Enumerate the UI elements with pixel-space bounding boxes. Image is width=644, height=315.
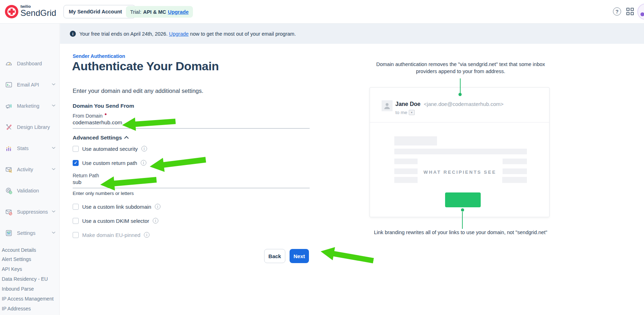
account-menu-button[interactable]: My SendGrid Account xyxy=(63,5,135,18)
gauge-icon xyxy=(5,60,13,67)
placeholder-bar xyxy=(394,136,437,145)
sendgrid-domain-auth-page: twilio SendGrid My SendGrid Account Tria… xyxy=(0,0,644,315)
annotation-arrow-from-domain xyxy=(122,114,176,133)
info-icon[interactable]: i xyxy=(155,204,160,209)
checkbox-unchecked[interactable] xyxy=(73,204,79,210)
envelope-search-icon xyxy=(5,166,13,173)
link-branding-caption: Link branding rewrites all of your links… xyxy=(374,229,547,236)
breadcrumb-sender-authentication[interactable]: Sender Authentication xyxy=(73,53,125,59)
sender-address: <jane.doe@codemasterhub.com> xyxy=(424,101,504,107)
card-divider xyxy=(370,122,549,123)
chevron-down-icon xyxy=(52,210,55,213)
banner-text-before: Your free trial ends on April 24th, 2026… xyxy=(79,31,168,37)
required-marker xyxy=(105,113,107,115)
checkbox-row-automated-security[interactable]: Use automated security i xyxy=(73,145,147,152)
sidebar-subitem-api-keys[interactable]: API Keys xyxy=(2,266,58,273)
sidebar-item-design-library[interactable]: Design Library xyxy=(0,123,60,132)
banner-text-after: now to get the most out of your email pr… xyxy=(190,31,296,37)
sliders-icon xyxy=(5,229,13,237)
trial-plan: API & MC xyxy=(143,9,166,15)
trial-prefix: Trial: xyxy=(130,9,141,15)
trial-badge: Trial: API & MC Upgrade xyxy=(126,6,193,18)
megaphone-icon xyxy=(5,102,13,110)
sidebar-subitem-ip-addresses[interactable]: IP Addresses xyxy=(2,305,58,312)
info-icon[interactable]: i xyxy=(141,146,147,151)
account-menu-label: My SendGrid Account xyxy=(69,9,122,14)
sidebar-subitem-ip-access-management[interactable]: IP Access Management xyxy=(2,295,58,302)
to-me-label: to me xyxy=(395,110,407,115)
help-icon[interactable]: ? xyxy=(613,7,621,16)
sidebar-item-activity[interactable]: Activity xyxy=(0,165,60,174)
placeholder-bar xyxy=(503,159,527,164)
sidebar-subitem-data-residency[interactable]: Data Residency - EU xyxy=(2,275,58,283)
twilio-logo-icon xyxy=(5,5,18,18)
trial-banner: i Your free trial ends on April 24th, 20… xyxy=(60,24,644,44)
chevron-down-icon xyxy=(52,105,55,107)
sidebar-item-stats[interactable]: Stats xyxy=(0,144,60,153)
branded-link-button xyxy=(445,192,481,207)
envelope-block-icon xyxy=(5,208,13,216)
checkbox-unchecked[interactable] xyxy=(73,232,79,238)
connector-dot-top xyxy=(458,93,462,96)
intro-text: Enter your domain and edit any additiona… xyxy=(73,88,203,94)
sidebar-item-email-api[interactable]: Email API xyxy=(0,80,60,89)
banner-upgrade-link[interactable]: Upgrade xyxy=(169,31,189,37)
avatar-figure xyxy=(640,12,644,16)
trial-upgrade-link[interactable]: Upgrade xyxy=(168,9,189,15)
sidebar-item-validation[interactable]: Validation xyxy=(0,186,60,195)
info-icon[interactable]: i xyxy=(141,160,146,166)
sidebar-item-suppressions[interactable]: Suppressions xyxy=(0,207,60,216)
sidebar-item-dashboard[interactable]: Dashboard xyxy=(0,59,60,68)
at-check-icon xyxy=(5,187,13,195)
return-path-label: Return Path xyxy=(73,173,99,178)
user-avatar[interactable] xyxy=(637,4,644,20)
annotation-arrow-return-path-input xyxy=(98,172,158,192)
top-header: twilio SendGrid My SendGrid Account Tria… xyxy=(0,0,644,24)
email-api-icon xyxy=(5,81,13,89)
advanced-settings-toggle[interactable]: Advanced Settings xyxy=(73,135,128,141)
sidebar-subitem-inbound-parse[interactable]: Inbound Parse xyxy=(2,285,58,292)
checkbox-row-custom-link-subdomain[interactable]: Use a custom link subdomain i xyxy=(73,203,160,210)
sidebar-subitem-alert-settings[interactable]: Alert Settings xyxy=(2,256,58,263)
sidebar-nav: Dashboard Email API Marketing Design Lib… xyxy=(0,23,60,315)
back-button[interactable]: Back xyxy=(264,249,285,263)
checkbox-row-eu-pinned[interactable]: Make domain EU-pinned i xyxy=(73,232,150,238)
page-title: Authenticate Your Domain xyxy=(72,59,219,73)
connector-line-bottom xyxy=(462,212,463,229)
checkbox-unchecked[interactable] xyxy=(73,218,79,224)
connector-line-top xyxy=(460,78,461,95)
section-label-domain-you-send-from: Domain You Send From xyxy=(73,103,134,109)
connector-dot-bottom xyxy=(461,208,464,212)
from-domain-input[interactable] xyxy=(73,119,310,129)
chevron-down-icon xyxy=(52,147,55,149)
sender-name: Jane Doe xyxy=(395,101,420,107)
checkbox-checked[interactable]: ✓ xyxy=(73,160,79,166)
sidebar-subitem-account-details[interactable]: Account Details xyxy=(2,246,58,254)
email-preview-card: Jane Doe <jane.doe@codemasterhub.com> to… xyxy=(370,87,549,217)
chevron-down-icon xyxy=(52,232,55,234)
placeholder-bar xyxy=(394,159,418,164)
checkbox-unchecked[interactable] xyxy=(73,146,79,152)
checkbox-row-custom-return-path[interactable]: ✓ Use custom return path i xyxy=(73,160,146,166)
domain-auth-caption: Domain authentication removes the "via s… xyxy=(374,61,547,75)
checkbox-row-custom-dkim-selector[interactable]: Use a custom DKIM selector i xyxy=(73,218,158,224)
chevron-down-icon xyxy=(52,83,55,85)
annotation-arrow-return-path-checkbox xyxy=(147,152,209,175)
annotation-arrow-next-button xyxy=(319,244,375,268)
placeholder-bar xyxy=(394,149,527,154)
chevron-down-icon xyxy=(52,168,55,170)
bar-chart-icon xyxy=(5,144,13,152)
next-button[interactable]: Next xyxy=(290,249,309,263)
recipient-dropdown-icon[interactable]: ▾ xyxy=(409,110,415,115)
twilio-sendgrid-logo: twilio SendGrid xyxy=(5,5,56,18)
from-domain-label: From Domain xyxy=(73,113,107,119)
info-icon[interactable]: i xyxy=(144,232,150,238)
sidebar-item-marketing[interactable]: Marketing xyxy=(0,101,60,111)
info-icon[interactable]: i xyxy=(153,218,158,224)
sidebar-item-settings[interactable]: Settings xyxy=(0,228,60,238)
sender-avatar xyxy=(382,100,393,111)
watermark-label: WHAT RECIPIENTS SEE xyxy=(418,157,502,187)
app-switcher-icon[interactable] xyxy=(626,8,634,15)
pencil-ruler-icon xyxy=(5,123,13,131)
placeholder-bar xyxy=(394,168,418,174)
